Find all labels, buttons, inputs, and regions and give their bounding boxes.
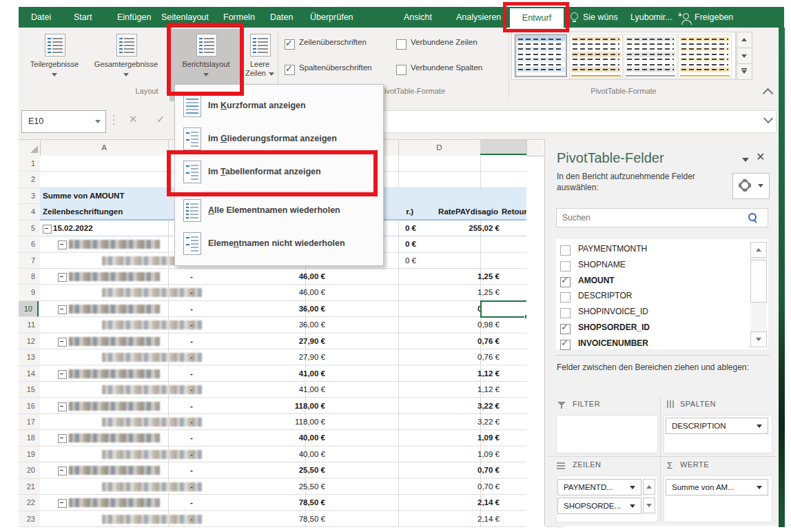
row-header-19[interactable]: 19 <box>19 447 40 462</box>
row-header-18[interactable]: 18 <box>19 430 40 446</box>
checkbox-verbundene-spalten[interactable] <box>396 65 407 75</box>
field-shopsorder_id[interactable]: ✓SHOPSORDER_ID <box>556 322 742 336</box>
field-shopname[interactable]: SHOPNAME <box>556 259 742 274</box>
row-header-20[interactable]: 20 <box>19 462 40 478</box>
tab-ansicht[interactable]: Ansicht <box>404 7 432 28</box>
row-header-13[interactable]: 13 <box>19 349 40 365</box>
field-shopname-checkbox[interactable] <box>560 261 571 272</box>
field-paymentmonth[interactable]: PAYMENTMONTH <box>556 243 742 258</box>
column-header-d[interactable]: D <box>398 140 481 155</box>
tab-freigeben[interactable]: Freigeben <box>695 7 733 28</box>
collapse-button-row22[interactable] <box>58 499 67 508</box>
row-header-14[interactable]: 14 <box>19 366 40 382</box>
tab-sie-wüns[interactable]: Sie wüns <box>583 7 618 28</box>
column-header-a[interactable]: A <box>40 140 169 155</box>
row-header-11[interactable]: 11 <box>19 317 40 333</box>
style-thumbnail-3[interactable] <box>624 34 677 79</box>
name-box-dropdown-icon[interactable] <box>95 120 101 123</box>
collapse-button-row12[interactable] <box>58 338 67 347</box>
columns-drop-area[interactable]: DESCRIPTION <box>664 415 772 453</box>
style-thumbnail-1[interactable] <box>515 34 567 77</box>
gallery-scroll-down[interactable] <box>737 48 752 64</box>
selected-cell-e10[interactable] <box>480 300 526 318</box>
row-header-12[interactable]: 12 <box>19 334 40 349</box>
gallery-expand[interactable] <box>737 63 752 80</box>
rows-scroll-down[interactable] <box>643 498 655 513</box>
panel-close-icon[interactable]: ✕ <box>756 150 765 163</box>
menu-item-elementnamen-nicht-wiederholen[interactable]: Elementnamen nicht wiederholen <box>176 227 381 260</box>
row-header-15[interactable]: 15 <box>19 382 40 398</box>
tab-datei[interactable]: Datei <box>31 7 51 28</box>
row-header-16[interactable]: 16 <box>19 398 40 414</box>
tab-einfügen[interactable]: Einfügen <box>117 7 151 28</box>
rows-drop-area[interactable]: PAYMENTD...SHOPSORDE... <box>556 475 658 522</box>
collapse-button-row18[interactable] <box>58 434 67 443</box>
tab-überprüfen[interactable]: Überprüfen <box>310 7 353 28</box>
collapse-button-row10[interactable] <box>58 305 67 314</box>
field-invoicenumber-checkbox[interactable]: ✓ <box>560 340 571 350</box>
row-header-21[interactable]: 21 <box>19 479 40 495</box>
field-invoicenumber[interactable]: ✓INVOICENUMBER <box>556 338 742 352</box>
pill-summevonam[interactable]: Summe von AM... <box>666 479 768 495</box>
collapse-button-row6[interactable] <box>58 241 67 249</box>
field-amount[interactable]: ✓AMOUNT <box>556 275 742 289</box>
row-label-date[interactable]: 15.02.2022 <box>53 221 93 236</box>
tools-button[interactable] <box>732 173 770 199</box>
tab-start[interactable]: Start <box>74 7 92 28</box>
field-amount-checkbox[interactable]: ✓ <box>560 277 571 287</box>
row-header-7[interactable]: 7 <box>19 253 40 269</box>
row-header-22[interactable]: 22 <box>19 495 40 511</box>
checkbox-spaltenüberschriften[interactable]: ✓ <box>285 65 295 75</box>
collapse-button-row14[interactable] <box>58 370 67 379</box>
row-header-3[interactable]: 3 <box>19 188 40 204</box>
field-paymentmonth-checkbox[interactable] <box>560 245 571 256</box>
menu-item-alle-elementnamen-wiederholen[interactable]: Alle Elementnamen wiederholen <box>176 194 381 227</box>
row-header-9[interactable]: 9 <box>19 285 40 300</box>
field-descriptor-checkbox[interactable] <box>560 292 571 303</box>
column-header-e-selected[interactable] <box>480 140 527 155</box>
collapse-button-row20[interactable] <box>58 467 67 475</box>
row-header-8[interactable]: 8 <box>19 269 40 285</box>
panel-dropdown-icon[interactable] <box>742 158 749 162</box>
row-header-5[interactable]: 5 <box>19 221 40 236</box>
field-scroll-thumb[interactable] <box>750 260 767 303</box>
style-thumbnail-2[interactable] <box>569 34 623 79</box>
pill-paymentd[interactable]: PAYMENTD... <box>557 479 641 495</box>
enter-icon[interactable]: ✓ <box>156 113 165 125</box>
checkbox-zeilenüberschriften[interactable]: ✓ <box>285 39 295 50</box>
collapse-button-row16[interactable] <box>58 402 67 411</box>
row-header-10[interactable]: 10 <box>19 301 39 317</box>
field-scroll-up[interactable] <box>750 242 767 258</box>
checkbox-verbundene-zeilen[interactable] <box>396 39 407 50</box>
field-shopsorder_id-checkbox[interactable]: ✓ <box>560 324 571 334</box>
rows-scroll-up[interactable] <box>643 479 655 495</box>
collapse-button-row5[interactable] <box>43 225 52 234</box>
field-scroll-down[interactable] <box>750 331 767 347</box>
tab-lyubomir...[interactable]: Lyubomir... <box>630 7 672 28</box>
row-header-17[interactable]: 17 <box>19 414 40 430</box>
field-descriptor[interactable]: DESCRIPTOR <box>556 290 742 305</box>
name-box[interactable]: E10 <box>21 110 106 133</box>
filter-drop-area[interactable] <box>556 415 658 453</box>
field-shopinvoice_id-checkbox[interactable] <box>560 308 571 318</box>
style-thumbnail-4[interactable] <box>678 34 732 79</box>
collapse-button-row8[interactable] <box>58 273 67 282</box>
tab-analysieren[interactable]: Analysieren <box>456 7 501 28</box>
field-shopinvoice_id[interactable]: SHOPINVOICE_ID <box>556 306 742 320</box>
button-teilergebnisse[interactable]: Teilergebnisse <box>25 29 84 109</box>
collapse-ribbon-icon[interactable] <box>763 88 774 99</box>
cancel-icon[interactable]: ✕ <box>129 113 138 125</box>
row-header-2[interactable]: 2 <box>19 172 40 187</box>
row-header-6[interactable]: 6 <box>19 236 40 252</box>
values-drop-area[interactable]: Summe von AM... <box>664 475 772 522</box>
pill-description[interactable]: DESCRIPTION <box>666 418 768 434</box>
search-box[interactable]: Suchen <box>556 208 768 227</box>
row-header-4[interactable]: 4 <box>19 204 40 220</box>
row-header-23[interactable]: 23 <box>19 511 40 527</box>
button-gesamtergebnisse[interactable]: Gesamtergebnisse <box>84 29 168 109</box>
row-header-1[interactable]: 1 <box>19 156 40 172</box>
field-list-scrollbar[interactable] <box>750 242 766 347</box>
pill-shopsorde[interactable]: SHOPSORDE... <box>557 498 641 514</box>
gallery-scroll-up[interactable] <box>737 32 752 48</box>
tab-daten[interactable]: Daten <box>270 7 293 28</box>
